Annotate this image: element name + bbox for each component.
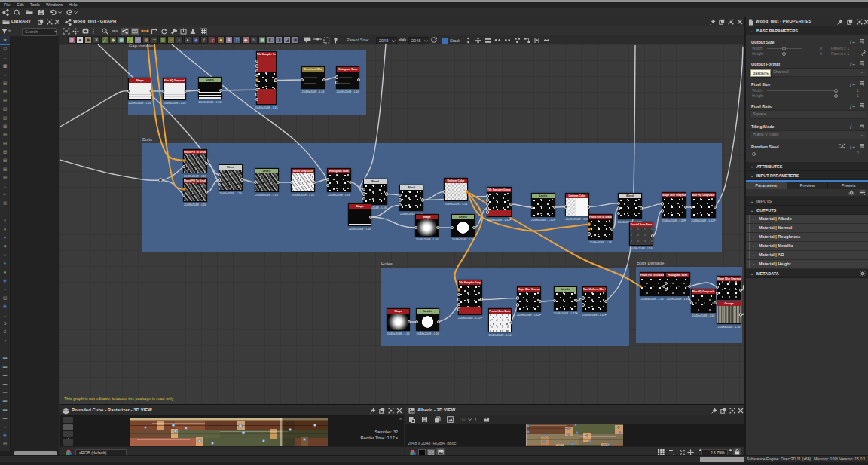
library-maximize-icon[interactable]: [47, 19, 53, 25]
graph-node-b5[interactable]: Invert Grayscale2048x2048 - L16: [291, 168, 315, 192]
node-input-port[interactable]: [255, 98, 258, 101]
atomic-node-6[interactable]: ◆: [109, 36, 117, 44]
align-tool-6-icon[interactable]: [514, 37, 521, 44]
library-tree-item-letter-s[interactable]: S: [0, 320, 10, 328]
library-tree-item-stamp[interactable]: ▤: [0, 439, 10, 448]
graph-pin-icon[interactable]: [710, 19, 716, 25]
metadata-gear-icon[interactable]: [860, 271, 866, 277]
dots4-tool-icon[interactable]: [72, 28, 79, 35]
properties-maximize-icon[interactable]: [857, 19, 863, 25]
atomic-node-1[interactable]: ▨: [68, 36, 75, 44]
view3d-overflow-icon[interactable]: »: [399, 416, 402, 421]
library-tree-item-chevron[interactable]: ⌄: [0, 345, 10, 353]
menu-file[interactable]: File: [4, 2, 11, 8]
graph-node-b7[interactable]: Blend2048x2048 - L16: [363, 179, 387, 205]
output-format-function-icon[interactable]: f: [849, 60, 855, 66]
atomic-node-27[interactable]: ◪: [283, 36, 291, 44]
node-input-port[interactable]: [516, 303, 519, 306]
atomic-node-3[interactable]: ◆: [84, 36, 92, 44]
node-input-port[interactable]: [399, 194, 402, 197]
library-tree-item-grid-dark[interactable]: ▦: [0, 199, 10, 207]
new-package-icon[interactable]: [14, 9, 20, 16]
camera-tool-icon[interactable]: [82, 28, 89, 34]
node-output-port[interactable]: [385, 192, 388, 195]
pixel-size-width-slider[interactable]: [767, 90, 836, 91]
library-tree-item-sphere-blue[interactable]: ◉: [0, 302, 10, 311]
graph-node-n6[interactable]: Histogram Scan2048x2048 - L16: [336, 66, 359, 89]
node-input-port[interactable]: [399, 198, 402, 201]
attributes-section[interactable]: ›ATTRIBUTES: [746, 162, 868, 171]
library-tree-item-star[interactable]: ★: [0, 36, 10, 44]
outputs-section[interactable]: ⌄OUTPUTS: [746, 206, 868, 215]
node-input-port[interactable]: [582, 296, 585, 299]
library-tree-item-chevron[interactable]: ⌄: [0, 311, 10, 320]
graph-node-h2[interactable]: Levels2048x2048 - L16: [416, 308, 439, 331]
atomic-node-28[interactable]: ▣: [292, 36, 299, 44]
node-output-port[interactable]: [480, 298, 483, 301]
graph-node-h7[interactable]: Non Uniform Blur Grays...2048x2048 - L32…: [582, 286, 607, 312]
library-tree-item-atlas[interactable]: ▤: [0, 165, 10, 173]
graph-node-b16[interactable]: Blend2048x2048 - L32F: [618, 193, 642, 219]
output-row-ao[interactable]: ›Material | AO: [746, 251, 868, 260]
view3d-viewport[interactable]: »: [60, 415, 404, 446]
pixel-size-height-slider[interactable]: [767, 96, 836, 96]
loop-tool-icon[interactable]: [160, 28, 167, 35]
node-input-port[interactable]: [582, 303, 585, 306]
view3d-close-icon[interactable]: [396, 408, 402, 414]
graph-node-h4[interactable]: Fractal Sum Base2048x2048 - L16: [488, 308, 512, 332]
node-input-port[interactable]: [218, 178, 221, 181]
atomic-node-22[interactable]: ◆: [242, 36, 249, 44]
library-float-icon[interactable]: [38, 19, 44, 25]
atomic-node-5[interactable]: ╱: [101, 36, 108, 44]
graph-node-h5[interactable]: Slope Blur Grayscale2048x2048 - L32F: [517, 286, 541, 312]
library-filter-expand-icon[interactable]: »: [8, 28, 11, 32]
menu-edit[interactable]: Edit: [17, 2, 23, 8]
align-tool-1-icon[interactable]: [465, 37, 472, 44]
align-tool-8-icon[interactable]: [533, 37, 540, 44]
graph-node-b13[interactable]: Levels2048x2048 - L32F: [531, 193, 555, 217]
orangelink-tool-icon[interactable]: [141, 28, 149, 34]
view2d-viewport[interactable]: 2048 x 2048 (RGBA, 8bpc): [405, 424, 744, 446]
atomic-node-16[interactable]: ◉: [192, 36, 200, 44]
library-tree-item-letter-z[interactable]: Z: [0, 328, 10, 336]
library-filter-icon[interactable]: [2, 29, 8, 35]
node-input-port[interactable]: [617, 206, 620, 210]
library-tree-item-nodes[interactable]: ⸬: [0, 54, 10, 62]
atomic-node-12[interactable]: ▥: [159, 36, 167, 44]
graph-node-h6[interactable]: Levels2048x2048 - L32F: [554, 286, 577, 311]
node-input-port[interactable]: [255, 64, 258, 67]
pinsm-tool-icon[interactable]: [333, 37, 338, 44]
library-search-input[interactable]: Search: [22, 28, 57, 36]
library-tree-item-angle[interactable]: <: [0, 337, 10, 345]
properties-close-icon[interactable]: [863, 19, 868, 25]
graph-node-d3[interactable]: Blur HQ Grayscale2048x2048 - L16: [691, 289, 716, 313]
undo-icon[interactable]: [50, 9, 57, 16]
library-tree-item-item[interactable]: ▬: [0, 405, 10, 414]
graph-node-b14[interactable]: Uniform Color2048x2048 - C16: [565, 193, 589, 216]
view2d-uv-label[interactable]: UV: [460, 418, 466, 422]
iinfo-tool-icon[interactable]: i: [92, 28, 96, 35]
view3d-tool-2[interactable]: [63, 424, 73, 430]
properties-pin-icon[interactable]: [837, 19, 843, 25]
xlink-tool-icon[interactable]: [112, 28, 119, 34]
tiling-mode-menu-icon[interactable]: [859, 123, 865, 129]
imglit-tool-icon[interactable]: [131, 28, 139, 35]
graph-node-d5[interactable]: Grunge2048x2048 - L16: [717, 301, 741, 324]
align-tool-9-icon[interactable]: [543, 37, 550, 44]
library-tree-item-cluster[interactable]: ⁙: [0, 251, 10, 259]
node-input-port[interactable]: [457, 298, 460, 301]
node-output-port[interactable]: [421, 198, 424, 201]
library-tree-item-item[interactable]: ▬: [0, 380, 10, 388]
node-input-port[interactable]: [588, 232, 591, 235]
open-icon[interactable]: [26, 9, 33, 15]
random-seed-knob[interactable]: [752, 152, 756, 156]
pixel-ratio-menu-icon[interactable]: [859, 102, 865, 109]
save-icon[interactable]: [38, 9, 44, 16]
node-input-port[interactable]: [443, 190, 446, 193]
atomic-node-8[interactable]: ╱: [126, 36, 133, 44]
atomic-node-23[interactable]: ∿: [250, 36, 258, 44]
atomic-node-13[interactable]: ⁙: [167, 36, 175, 44]
view3d-tool-4[interactable]: [63, 439, 73, 445]
library-tree-item-chevron[interactable]: ⌄: [0, 71, 10, 79]
view2d-info-icon[interactable]: i: [475, 416, 476, 423]
